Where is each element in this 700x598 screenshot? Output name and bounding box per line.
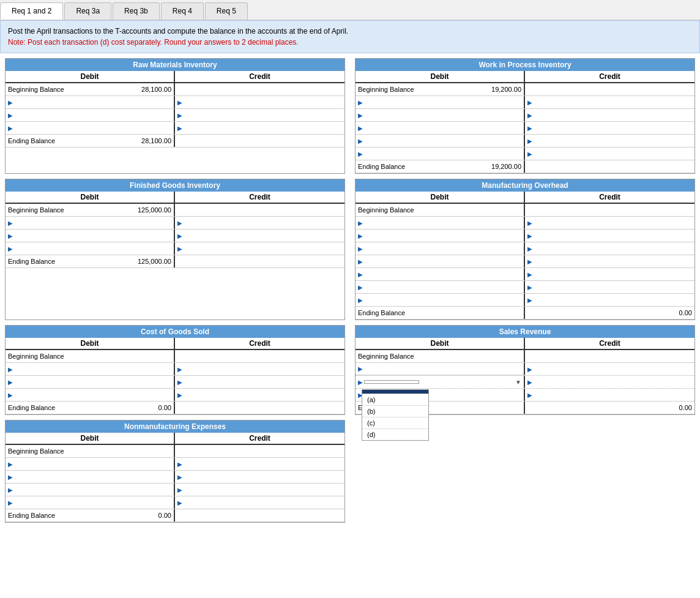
tab-req1and2[interactable]: Req 1 and 2 bbox=[0, 2, 63, 20]
mfg-overhead-credit-input-3[interactable]: ▶ bbox=[525, 242, 694, 255]
cogs-debit-input-3[interactable]: ▶ bbox=[6, 389, 175, 401]
sales-revenue-credit-input-3[interactable]: ▶ bbox=[525, 389, 694, 401]
wip-title: Work in Process Inventory bbox=[356, 59, 694, 71]
cogs-input-row-2: ▶ ▶ bbox=[6, 376, 344, 389]
mfg-overhead-credit-input-6[interactable]: ▶ bbox=[525, 281, 694, 293]
wip-debit-input-4[interactable]: ▶ bbox=[356, 135, 525, 147]
wip-account: Work in Process Inventory Debit Credit B… bbox=[355, 58, 695, 174]
sales-revenue-ending-credit: 0.00 bbox=[525, 402, 694, 414]
mfg-overhead-credit-input-5[interactable]: ▶ bbox=[525, 268, 694, 280]
mfg-overhead-input-row-6: ▶ ▶ bbox=[356, 281, 694, 294]
nonmfg-expenses-credit-label: Credit bbox=[175, 433, 344, 444]
raw-materials-debit-input-2[interactable]: ▶ bbox=[6, 109, 175, 121]
wip-debit-input-3[interactable]: ▶ bbox=[356, 122, 525, 134]
wip-debit-input-2[interactable]: ▶ bbox=[356, 109, 525, 121]
mfg-overhead-debit-input-4[interactable]: ▶ bbox=[356, 255, 525, 267]
nonmfg-debit-input-3[interactable]: ▶ bbox=[6, 484, 175, 496]
mfg-overhead-debit-input-2[interactable]: ▶ bbox=[356, 230, 525, 242]
mfg-overhead-debit-input-5[interactable]: ▶ bbox=[356, 268, 525, 280]
finished-goods-debit-input-3[interactable]: ▶ bbox=[6, 242, 175, 255]
dropdown-item-b[interactable]: (b) bbox=[362, 405, 428, 417]
finished-goods-credit-input-2[interactable]: ▶ bbox=[175, 230, 344, 242]
cogs-credit-input-2[interactable]: ▶ bbox=[175, 376, 344, 388]
sales-revenue-beginning-debit: Beginning Balance bbox=[356, 350, 525, 362]
finished-goods-ending-credit bbox=[175, 255, 344, 267]
mfg-overhead-debit-input-1[interactable]: ▶ bbox=[356, 217, 525, 229]
finished-goods-credit-label: Credit bbox=[175, 192, 344, 203]
nonmfg-beginning-credit bbox=[175, 445, 344, 457]
mfg-overhead-credit-input-7[interactable]: ▶ bbox=[525, 294, 694, 306]
nonmfg-credit-input-3[interactable]: ▶ bbox=[175, 484, 344, 496]
finished-goods-credit-input-1[interactable]: ▶ bbox=[175, 217, 344, 229]
finished-goods-title: Finished Goods Inventory bbox=[6, 179, 344, 192]
sales-revenue-credit-label: Credit bbox=[525, 338, 694, 349]
cogs-debit-input-1[interactable]: ▶ bbox=[6, 363, 175, 375]
mfg-overhead-input-row-7: ▶ ▶ bbox=[356, 294, 694, 307]
tab-req5[interactable]: Req 5 bbox=[205, 2, 248, 20]
tab-req4[interactable]: Req 4 bbox=[161, 2, 204, 20]
sales-revenue-debit-dropdown-cell[interactable]: ▶ ▼ (a) (b) (c) (d) bbox=[356, 376, 525, 388]
wip-input-row-5: ▶ ▶ bbox=[356, 148, 694, 160]
mfg-overhead-debit-input-6[interactable]: ▶ bbox=[356, 281, 525, 293]
finished-goods-debit-input-1[interactable]: ▶ bbox=[6, 217, 175, 229]
sales-revenue-beginning-credit bbox=[525, 350, 694, 362]
dropdown-item-a[interactable]: (a) bbox=[362, 394, 428, 405]
mfg-overhead-credit-input-1[interactable]: ▶ bbox=[525, 217, 694, 229]
wip-input-row-4: ▶ ▶ bbox=[356, 135, 694, 148]
cogs-credit-input-1[interactable]: ▶ bbox=[175, 363, 344, 375]
mfg-overhead-credit-input-4[interactable]: ▶ bbox=[525, 255, 694, 267]
wip-credit-input-5[interactable]: ▶ bbox=[525, 148, 694, 160]
sales-revenue-credit-input-1[interactable]: ▶ bbox=[525, 363, 694, 375]
mfg-overhead-debit-label: Debit bbox=[356, 192, 525, 203]
sales-revenue-credit-input-2[interactable]: ▶ bbox=[525, 376, 694, 388]
raw-materials-debit-input-3[interactable]: ▶ bbox=[6, 122, 175, 134]
cogs-title: Cost of Goods Sold bbox=[6, 326, 344, 338]
nonmfg-expenses-title: Nonmanufacturing Expenses bbox=[6, 420, 344, 433]
raw-materials-credit-input-2[interactable]: ▶ bbox=[175, 109, 344, 121]
raw-materials-debit-input-1[interactable]: ▶ bbox=[6, 96, 175, 108]
nonmfg-input-row-2: ▶ ▶ bbox=[6, 471, 344, 484]
nonmfg-debit-input-4[interactable]: ▶ bbox=[6, 496, 175, 509]
wip-credit-input-1[interactable]: ▶ bbox=[525, 96, 694, 108]
wip-debit-input-5[interactable]: ▶ bbox=[356, 148, 525, 160]
raw-materials-credit-input-3[interactable]: ▶ bbox=[175, 122, 344, 134]
sales-revenue-account: Sales Revenue Debit Credit Beginning Bal… bbox=[355, 325, 695, 415]
nonmfg-credit-input-4[interactable]: ▶ bbox=[175, 496, 344, 509]
nonmfg-debit-input-2[interactable]: ▶ bbox=[6, 471, 175, 483]
sales-revenue-debit-input-1[interactable]: ▶ bbox=[356, 363, 525, 375]
mfg-overhead-credit-input-2[interactable]: ▶ bbox=[525, 230, 694, 242]
mfg-overhead-input-row-5: ▶ ▶ bbox=[356, 268, 694, 281]
cogs-beginning-debit: Beginning Balance bbox=[6, 350, 175, 362]
wip-credit-input-2[interactable]: ▶ bbox=[525, 109, 694, 121]
mfg-overhead-debit-input-3[interactable]: ▶ bbox=[356, 242, 525, 255]
wip-beginning-debit: Beginning Balance 19,200.00 bbox=[356, 83, 525, 95]
raw-materials-input-row-3: ▶ ▶ bbox=[6, 122, 344, 135]
tab-bar: Req 1 and 2 Req 3a Req 3b Req 4 Req 5 bbox=[0, 0, 700, 20]
nonmfg-credit-input-2[interactable]: ▶ bbox=[175, 471, 344, 483]
raw-materials-credit-input-1[interactable]: ▶ bbox=[175, 96, 344, 108]
mfg-overhead-beginning-debit: Beginning Balance bbox=[356, 204, 525, 216]
mfg-overhead-credit-label: Credit bbox=[525, 192, 694, 203]
wip-credit-input-3[interactable]: ▶ bbox=[525, 122, 694, 134]
wip-debit-input-1[interactable]: ▶ bbox=[356, 96, 525, 108]
cogs-debit-input-2[interactable]: ▶ bbox=[6, 376, 175, 388]
mfg-overhead-debit-input-7[interactable]: ▶ bbox=[356, 294, 525, 306]
nonmfg-credit-input-1[interactable]: ▶ bbox=[175, 458, 344, 470]
tab-req3a[interactable]: Req 3a bbox=[64, 2, 111, 20]
raw-materials-ending-row: Ending Balance 28,100.00 bbox=[6, 135, 344, 148]
nonmfg-ending-debit: Ending Balance 0.00 bbox=[6, 509, 175, 521]
wip-credit-input-4[interactable]: ▶ bbox=[525, 135, 694, 147]
nonmfg-input-row-1: ▶ ▶ bbox=[6, 458, 344, 471]
nonmfg-debit-input-1[interactable]: ▶ bbox=[6, 458, 175, 470]
cogs-credit-input-3[interactable]: ▶ bbox=[175, 389, 344, 401]
dropdown-trigger[interactable] bbox=[364, 380, 419, 384]
raw-materials-debit-label: Debit bbox=[6, 71, 175, 82]
tab-req3b[interactable]: Req 3b bbox=[113, 2, 160, 20]
dropdown-item-c[interactable]: (c) bbox=[362, 417, 428, 428]
finished-goods-credit-input-3[interactable]: ▶ bbox=[175, 242, 344, 255]
dropdown-item-d[interactable]: (d) bbox=[362, 428, 428, 440]
mfg-overhead-beginning-credit bbox=[525, 204, 694, 216]
finished-goods-debit-input-2[interactable]: ▶ bbox=[6, 230, 175, 242]
sales-revenue-input-row-1: ▶ ▶ bbox=[356, 363, 694, 376]
raw-materials-input-row-1: ▶ ▶ bbox=[6, 96, 344, 109]
